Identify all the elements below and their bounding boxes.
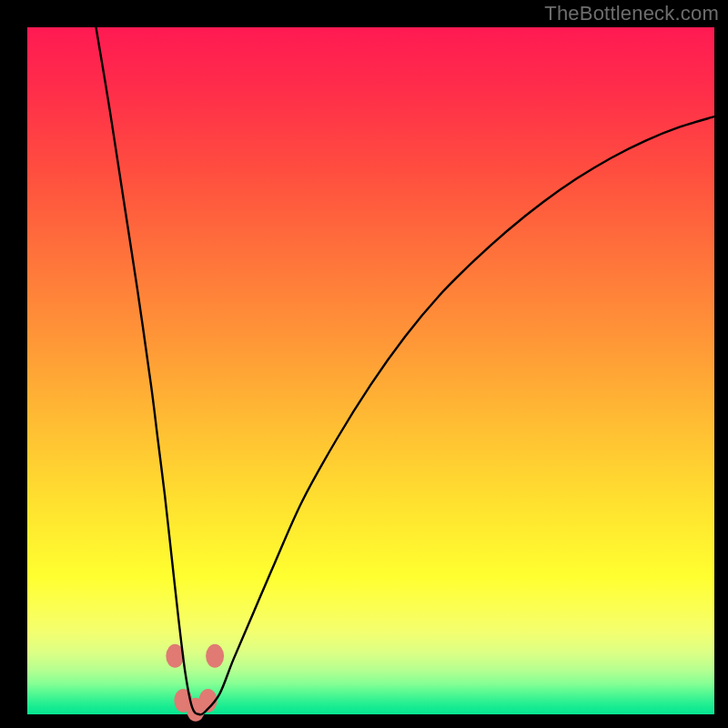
chart-svg <box>27 27 714 714</box>
watermark-text: TheBottleneck.com <box>544 2 719 25</box>
marker-dot <box>206 644 224 668</box>
chart-stage: TheBottleneck.com <box>0 0 728 728</box>
plot-area <box>27 27 714 714</box>
bottleneck-curve <box>96 27 715 714</box>
marker-group <box>166 644 224 722</box>
